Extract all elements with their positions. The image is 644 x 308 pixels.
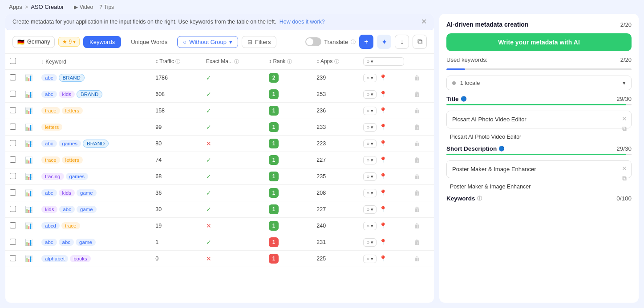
keyword-tag[interactable]: alphabet (41, 255, 68, 262)
row-action-dropdown[interactable]: ○ ▾ (363, 255, 377, 263)
keyword-tag[interactable]: tracing (41, 173, 64, 180)
tab-unique-words[interactable]: Unique Words (125, 36, 174, 48)
video-link[interactable]: ▶ Video (74, 4, 93, 10)
country-selector[interactable]: 🇩🇪 Germany (12, 36, 55, 48)
row-action-dropdown[interactable]: ○ ▾ (363, 205, 377, 214)
keyword-tag[interactable]: letters (62, 107, 83, 114)
location-pin-button[interactable]: 📍 (378, 254, 388, 263)
location-pin-button[interactable]: 📍 (378, 238, 388, 247)
row-action-dropdown[interactable]: ○ ▾ (363, 123, 377, 132)
keyword-tag[interactable]: abc (41, 239, 57, 246)
chart-icon[interactable]: 📊 (25, 206, 32, 213)
chart-icon[interactable]: 📊 (25, 107, 32, 114)
delete-row-button[interactable]: 🗑 (413, 106, 421, 115)
starred-keywords-button[interactable]: ★ 9 ▾ (58, 37, 80, 47)
keyword-tag[interactable]: abc (41, 74, 57, 81)
breadcrumb-apps[interactable]: Apps (9, 4, 22, 10)
row-action-dropdown[interactable]: ○ ▾ (363, 90, 377, 99)
add-button[interactable]: + (359, 35, 373, 49)
filter-button[interactable]: ⊟ Filters (242, 36, 276, 48)
location-pin-button[interactable]: 📍 (378, 73, 388, 82)
delete-row-button[interactable]: 🗑 (413, 73, 421, 82)
location-pin-button[interactable]: 📍 (378, 188, 388, 197)
group-selector[interactable]: ○ Without Group ▾ (177, 36, 238, 48)
locale-dropdown[interactable]: 1 locale ▾ (446, 76, 632, 90)
row-checkbox[interactable] (10, 91, 16, 97)
chart-icon[interactable]: 📊 (25, 222, 32, 229)
delete-row-button[interactable]: 🗑 (413, 205, 421, 214)
row-action-dropdown[interactable]: ○ ▾ (363, 140, 377, 148)
row-action-dropdown[interactable]: ○ ▾ (363, 222, 377, 230)
location-pin-button[interactable]: 📍 (378, 106, 388, 115)
keyword-tag[interactable]: kids (41, 206, 57, 213)
location-pin-button[interactable]: 📍 (378, 90, 388, 99)
delete-row-button[interactable]: 🗑 (413, 221, 421, 230)
delete-row-button[interactable]: 🗑 (413, 90, 421, 99)
keyword-tag[interactable]: abc (41, 91, 57, 98)
chart-icon[interactable]: 📊 (25, 189, 32, 196)
col-keyword[interactable]: ↕ Keyword (37, 54, 151, 70)
keyword-tag[interactable]: game (76, 239, 96, 246)
keyword-tag[interactable]: abc (59, 239, 74, 246)
short-desc-input[interactable]: Poster Maker & Image Enhancer (452, 165, 626, 173)
keyword-tag[interactable]: abcd (41, 222, 60, 229)
tips-link[interactable]: ? Tips (99, 4, 114, 10)
row-checkbox[interactable] (10, 173, 16, 179)
delete-row-button[interactable]: 🗑 (413, 238, 421, 247)
keyword-tag[interactable]: trace (61, 222, 80, 229)
translate-toggle[interactable]: Translate ⓘ (305, 37, 356, 46)
tab-keywords[interactable]: Keywords (83, 36, 121, 48)
row-action-dropdown[interactable]: ○ ▾ (363, 74, 377, 82)
how-does-it-work-link[interactable]: How does it work? (279, 19, 325, 25)
row-checkbox[interactable] (10, 222, 16, 228)
col-exact[interactable]: Exact Ma... ⓘ (202, 54, 264, 70)
location-pin-button[interactable]: 📍 (378, 139, 388, 148)
row-action-dropdown[interactable]: ○ ▾ (363, 172, 377, 181)
chart-icon[interactable]: 📊 (25, 255, 32, 262)
keyword-tag[interactable]: books (70, 255, 91, 262)
chart-icon[interactable]: 📊 (25, 140, 32, 147)
keyword-tag[interactable]: kids (59, 189, 75, 196)
copy-button[interactable]: ⧉ (413, 35, 427, 49)
delete-row-button[interactable]: 🗑 (413, 188, 421, 197)
write-with-ai-button[interactable]: Write your metadata with AI (446, 33, 632, 51)
download-button[interactable]: ↓ (395, 35, 409, 49)
row-action-dropdown[interactable]: ○ ▾ (363, 238, 377, 247)
row-action-dropdown[interactable]: ○ ▾ (363, 107, 377, 115)
row-checkbox[interactable] (10, 206, 16, 212)
row-checkbox[interactable] (10, 140, 16, 146)
short-desc-close-button[interactable]: ✕ (621, 164, 628, 172)
col-traffic[interactable]: ↕ Traffic ⓘ (151, 54, 202, 70)
keyword-tag[interactable]: abc (59, 206, 75, 213)
keyword-tag[interactable]: game (77, 189, 97, 196)
keyword-tag[interactable]: game (77, 206, 97, 213)
title-close-button[interactable]: ✕ (621, 115, 628, 123)
row-action-dropdown[interactable]: ○ ▾ (363, 189, 377, 197)
row-checkbox[interactable] (10, 124, 16, 130)
close-banner-button[interactable]: ✕ (421, 18, 427, 25)
delete-row-button[interactable]: 🗑 (413, 123, 421, 132)
location-pin-button[interactable]: 📍 (378, 156, 388, 164)
row-checkbox[interactable] (10, 189, 16, 196)
location-pin-button[interactable]: 📍 (378, 221, 388, 230)
row-checkbox[interactable] (10, 107, 16, 113)
ai-button[interactable]: ✦ (377, 35, 391, 49)
chart-icon[interactable]: 📊 (25, 124, 32, 131)
chart-icon[interactable]: 📊 (25, 74, 32, 81)
select-all-checkbox[interactable] (10, 58, 16, 64)
keyword-tag[interactable]: trace (41, 107, 60, 114)
toggle-switch[interactable] (305, 37, 321, 46)
column-action-dropdown[interactable]: ○ ▾ (363, 57, 404, 66)
delete-row-button[interactable]: 🗑 (413, 172, 421, 181)
keyword-tag[interactable]: games (66, 173, 89, 180)
short-desc-copy-button[interactable]: ⧉ (621, 174, 628, 183)
chart-icon[interactable]: 📊 (25, 91, 32, 98)
delete-row-button[interactable]: 🗑 (413, 156, 421, 164)
keyword-tag[interactable]: kids (59, 91, 75, 98)
delete-row-button[interactable]: 🗑 (413, 139, 421, 148)
keyword-tag[interactable]: trace (41, 156, 60, 164)
keyword-tag[interactable]: letters (62, 156, 83, 164)
keyword-tag[interactable]: abc (41, 140, 57, 147)
col-rank[interactable]: ↕ Rank ⓘ (264, 54, 312, 70)
title-input[interactable]: Picsart AI Photo Video Editor (452, 116, 626, 124)
